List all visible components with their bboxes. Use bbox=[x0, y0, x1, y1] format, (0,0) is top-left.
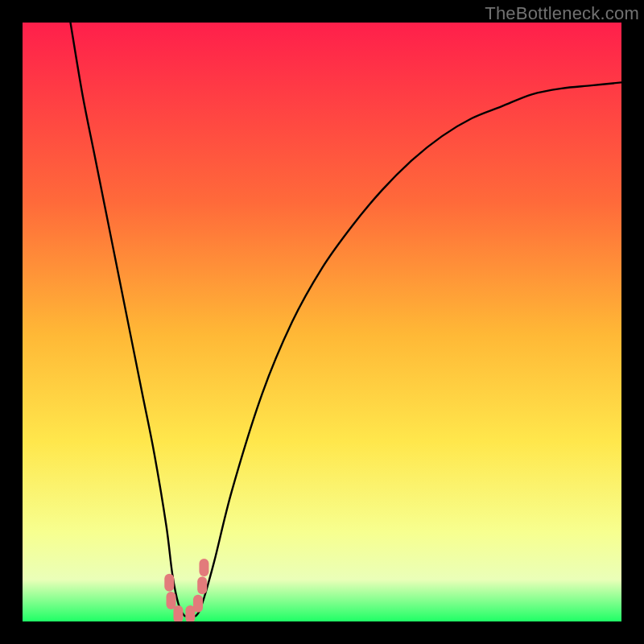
watermark-text: TheBottleneck.com bbox=[485, 3, 639, 24]
marker-pill bbox=[193, 595, 203, 613]
marker-pill bbox=[164, 574, 174, 592]
bottleneck-chart bbox=[23, 23, 621, 621]
marker-pill bbox=[197, 576, 207, 594]
marker-pill bbox=[167, 592, 176, 609]
marker-pill bbox=[173, 605, 183, 621]
gradient-bg bbox=[23, 23, 621, 621]
plot-area bbox=[23, 23, 621, 621]
marker-pill bbox=[199, 559, 208, 576]
chart-frame: TheBottleneck.com bbox=[0, 0, 644, 644]
